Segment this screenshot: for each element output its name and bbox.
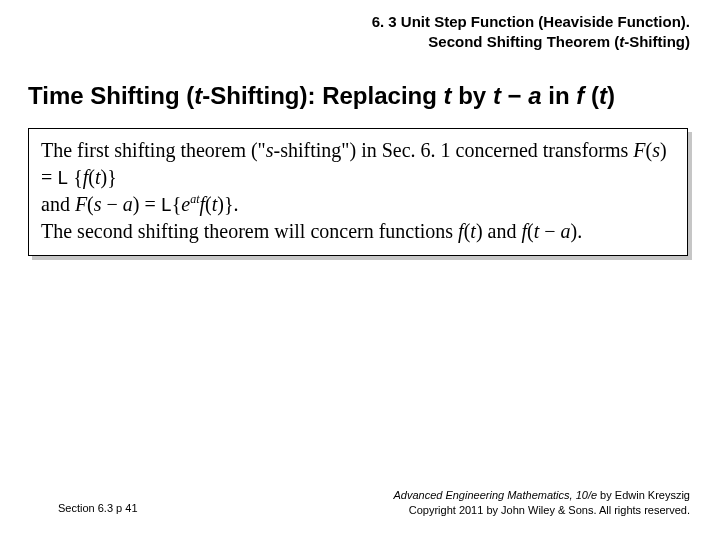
footer-section-page: Section 6.3 p 41 [58, 502, 138, 514]
section-header: 6. 3 Unit Step Function (Heaviside Funct… [372, 12, 690, 53]
content-shadow: The first shifting theorem ("s-shifting"… [32, 132, 692, 260]
footer-book-line: Advanced Engineering Mathematics, 10/e b… [393, 488, 690, 503]
footer-copyright: Copyright 2011 by John Wiley & Sons. All… [393, 503, 690, 518]
header-line2: Second Shifting Theorem (t-Shifting) [372, 32, 690, 52]
footer-citation: Advanced Engineering Mathematics, 10/e b… [393, 488, 690, 518]
header-line1: 6. 3 Unit Step Function (Heaviside Funct… [372, 12, 690, 32]
content-box: The first shifting theorem ("s-shifting"… [28, 128, 688, 256]
slide: 6. 3 Unit Step Function (Heaviside Funct… [0, 0, 720, 540]
slide-title: Time Shifting (t-Shifting): Replacing t … [28, 82, 615, 110]
